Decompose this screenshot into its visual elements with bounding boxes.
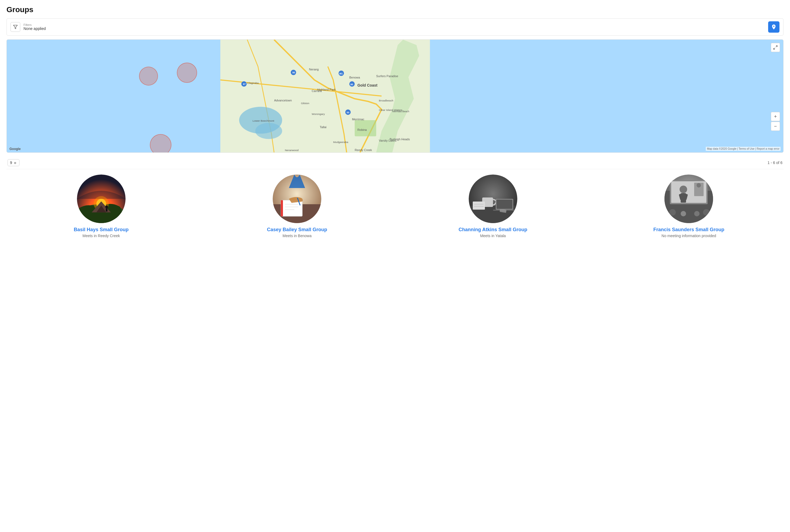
group-name-3[interactable]: Francis Saunders Small Group [654,227,724,232]
svg-text:Worongary: Worongary [312,113,325,115]
svg-point-73 [681,211,686,216]
svg-text:Burleigh Heads: Burleigh Heads [390,138,410,141]
svg-point-72 [669,209,676,215]
svg-text:Benowa: Benowa [349,76,360,79]
svg-point-3 [255,123,282,139]
svg-rect-59 [473,202,485,210]
group-location-3: No meeting information provided [661,234,716,238]
svg-text:M1: M1 [339,72,343,75]
group-card-2[interactable]: Channing Atkins Small Group Meets in Yat… [398,174,588,238]
filter-icon [13,24,18,30]
pagination-row: 9 1 - 6 of 6 [6,156,784,169]
map-blob-benowa[interactable] [139,66,158,86]
svg-point-75 [703,209,710,215]
filter-bar: Filters None applied [6,18,784,36]
svg-text:Gilston: Gilston [301,102,309,105]
filter-button[interactable] [11,22,20,32]
filter-left: Filters None applied [11,22,46,32]
group-avatar-1 [273,174,321,223]
svg-text:Reedy Creek: Reedy Creek [355,148,372,152]
group-card-0[interactable]: Basil Hays Small Group Meets in Reedy Cr… [6,174,196,238]
group-avatar-2 [469,174,517,223]
map-attribution: Map data ©2020 Google | Terms of Use | R… [706,147,780,151]
group-avatar-3 [664,174,713,223]
page-title: Groups [6,5,784,14]
svg-text:Gold Coast: Gold Coast [357,83,378,88]
group-card-3[interactable]: Francis Saunders Small Group No meeting … [594,174,784,238]
group-name-1[interactable]: Casey Bailey Small Group [267,227,327,232]
svg-line-37 [776,45,777,47]
page-count: 1 - 6 of 6 [768,160,783,165]
per-page-select[interactable]: 9 [7,159,19,166]
group-location-0: Meets in Reedy Creek [82,234,120,238]
group-location-1: Meets in Benowa [283,234,312,238]
map-svg: Gold Coast Benowa Surfers Paradise Clagi… [7,40,783,152]
location-button[interactable] [768,21,779,33]
google-logo: Google [10,147,20,151]
map-expand-button[interactable] [771,43,780,52]
filter-text-block: Filters None applied [23,23,46,31]
svg-text:Neranwood: Neranwood [285,149,299,152]
map-blob-surfers[interactable] [177,62,197,83]
svg-text:Tallai: Tallai [320,126,326,129]
group-name-2[interactable]: Channing Atkins Small Group [459,227,527,232]
group-name-0[interactable]: Basil Hays Small Group [74,227,129,232]
svg-point-74 [694,211,700,216]
svg-text:Clagiraba: Clagiraba [247,81,259,84]
group-image-1 [273,174,321,223]
svg-marker-0 [14,25,18,29]
svg-line-38 [773,48,775,50]
svg-point-43 [105,206,108,208]
group-image-2 [469,174,517,223]
map-container[interactable]: Gold Coast Benowa Surfers Paradise Clagi… [6,39,784,153]
groups-grid: Basil Hays Small Group Meets in Reedy Cr… [6,174,784,246]
svg-text:Mermaid Beach: Mermaid Beach [392,110,409,113]
chevron-updown-icon [13,161,17,165]
filter-value: None applied [23,26,46,31]
group-card-1[interactable]: Casey Bailey Small Group Meets in Benowa [202,174,392,238]
svg-text:Advancetown: Advancetown [274,99,292,102]
page-container: Groups Filters None applied [0,0,790,532]
zoom-in-button[interactable]: + [771,112,780,121]
svg-rect-44 [106,208,108,211]
svg-text:Highland Park: Highland Park [317,88,336,91]
location-pin-icon [771,24,777,30]
svg-text:90: 90 [350,83,353,86]
svg-rect-57 [497,200,512,209]
group-image-0 [77,174,126,223]
svg-text:Surfers Paradise: Surfers Paradise [376,74,398,78]
group-avatar-0 [77,174,126,223]
svg-point-68 [680,186,687,193]
svg-text:90: 90 [292,71,295,74]
svg-point-67 [697,183,701,188]
map-zoom-controls: + − [771,112,780,131]
svg-text:Mudgeeraba: Mudgeeraba [333,140,348,144]
zoom-out-button[interactable]: − [771,122,780,131]
svg-text:Merrimac: Merrimac [352,118,365,121]
per-page-value: 9 [10,160,12,165]
filter-label: Filters [23,23,46,26]
svg-text:97: 97 [243,83,246,86]
svg-text:Robina: Robina [357,128,367,131]
svg-rect-48 [281,200,283,216]
group-image-3 [664,174,713,223]
svg-text:50: 50 [347,111,349,114]
svg-text:Nerang: Nerang [309,68,319,71]
group-location-2: Meets in Yatala [480,234,506,238]
svg-text:Lower Beechmont: Lower Beechmont [253,119,274,122]
expand-icon [773,45,778,50]
svg-text:Broadbeach: Broadbeach [379,99,393,102]
